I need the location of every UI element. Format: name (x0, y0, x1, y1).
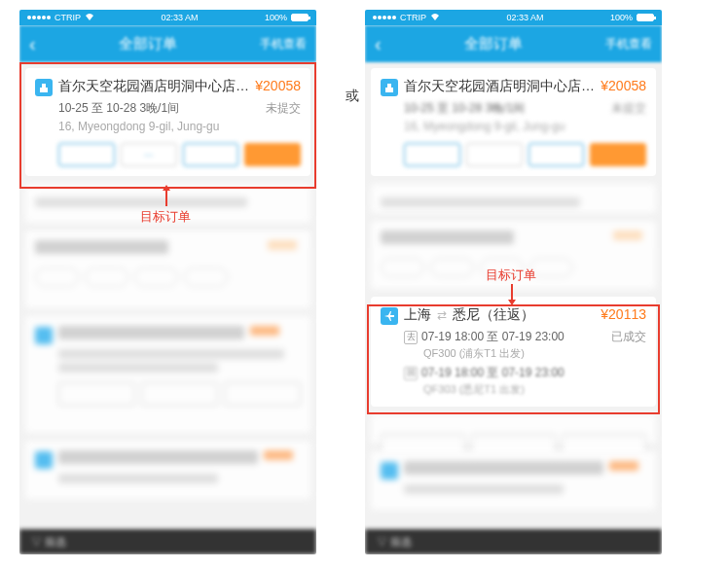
hotel-icon (35, 79, 53, 96)
filter-button[interactable]: ▽ 筛选 (31, 535, 66, 550)
back-icon[interactable]: ‹ (29, 33, 36, 55)
hotel-icon (381, 79, 398, 96)
order-card-placeholder (371, 451, 656, 510)
flight-price: ¥20113 (601, 306, 646, 322)
phone-right: CTRIP 02:33 AM 100% ‹ 全部订单 手机查看 (365, 10, 662, 554)
flight-ret-line: 07-19 18:00 至 07-19 23:00 (421, 365, 564, 381)
flight-title: 上海 ⇄ 悉尼（往返） (404, 306, 595, 324)
flight-status: 已成交 (611, 329, 646, 345)
action-button-2[interactable] (466, 143, 523, 166)
flight-out-code: QF300 (浦东T1 出发) (381, 346, 646, 361)
annotation-arrow-icon (165, 191, 167, 206)
bottom-bar: ▽ 筛选 (19, 529, 316, 554)
app-header: ‹ 全部订单 手机查看 (19, 25, 316, 62)
hotel-address: 16, Myeongdong 9-gil, Jung-gu (35, 120, 301, 133)
action-button-4[interactable] (590, 143, 646, 166)
hotel-status: 未提交 (266, 100, 301, 117)
action-button-2[interactable]: ··· (121, 143, 177, 166)
filter-button[interactable]: ▽ 筛选 (377, 535, 412, 550)
carrier-label: CTRIP (55, 13, 81, 22)
order-card-placeholder (371, 414, 656, 444)
hotel-price: ¥20058 (255, 78, 301, 93)
outbound-icon: 去 (404, 331, 418, 344)
flight-out-line: 07-19 18:00 至 07-19 23:00 (421, 329, 607, 345)
status-bar: CTRIP 02:33 AM 100% (365, 10, 662, 25)
battery-icon (637, 14, 654, 21)
wifi-icon (85, 13, 94, 22)
order-list: 首尔天空花园酒店明洞中心店 (H... ¥20058 10-25 至 10-28… (19, 62, 316, 554)
flight-ret-code: QF303 (悉尼T1 出发) (381, 382, 646, 397)
signal-icon (373, 16, 396, 19)
hotel-address: 16, Myeongdong 9-gil, Jung-gu (381, 120, 646, 133)
svg-rect-1 (42, 84, 46, 88)
battery-label: 100% (610, 13, 633, 22)
status-bar: CTRIP 02:33 AM 100% (19, 10, 316, 25)
action-button-1[interactable] (404, 143, 460, 166)
hotel-title: 首尔天空花园酒店明洞中心店 (H... (404, 78, 595, 95)
action-button-3[interactable] (528, 143, 585, 166)
flight-order-card[interactable]: 上海 ⇄ 悉尼（往返） ¥20113 去 07-19 18:00 至 07-19… (371, 297, 656, 407)
or-label: 或 (346, 88, 359, 105)
order-list: 首尔天空花园酒店明洞中心店 (H... ¥20058 10-25 至 10-28… (365, 62, 662, 554)
svg-rect-2 (385, 88, 393, 92)
order-card-placeholder (371, 184, 656, 213)
action-button-3[interactable] (183, 143, 239, 166)
app-header: ‹ 全部订单 手机查看 (365, 25, 662, 62)
order-card-placeholder (25, 231, 310, 308)
order-card-placeholder (25, 441, 310, 499)
header-right-action[interactable]: 手机查看 (260, 36, 307, 53)
svg-rect-3 (387, 84, 391, 88)
annotation-label-right: 目标订单 (486, 267, 536, 284)
carrier-label: CTRIP (400, 13, 426, 22)
hotel-price: ¥20058 (601, 78, 646, 93)
bottom-bar: ▽ 筛选 (365, 529, 662, 554)
flight-icon (381, 307, 398, 325)
header-title: 全部订单 (119, 35, 177, 53)
hotel-dates: 10-25 至 10-28 3晚/1间 (58, 100, 179, 117)
signal-icon (27, 16, 51, 19)
header-title: 全部订单 (464, 35, 523, 53)
battery-icon (291, 14, 309, 21)
svg-rect-0 (40, 88, 48, 92)
battery-label: 100% (265, 13, 287, 22)
hotel-order-card[interactable]: 首尔天空花园酒店明洞中心店 (H... ¥20058 10-25 至 10-28… (25, 68, 310, 176)
header-right-action[interactable]: 手机查看 (605, 36, 652, 53)
annotation-arrow-icon (511, 284, 513, 300)
hotel-title: 首尔天空花园酒店明洞中心店 (H... (58, 78, 249, 95)
swap-icon: ⇄ (437, 308, 447, 322)
order-card-placeholder (25, 316, 310, 433)
annotation-label-left: 目标订单 (140, 208, 191, 226)
return-icon: 回 (404, 367, 418, 380)
phone-left: CTRIP 02:33 AM 100% ‹ 全部订单 手机查看 (19, 10, 316, 554)
action-button-4[interactable] (244, 143, 301, 166)
wifi-icon (430, 13, 440, 22)
time-label: 02:33 AM (506, 13, 543, 22)
hotel-order-card[interactable]: 首尔天空花园酒店明洞中心店 (H... ¥20058 10-25 至 10-28… (371, 68, 656, 176)
hotel-status: 未提交 (611, 100, 646, 117)
action-button-1[interactable] (58, 143, 115, 166)
time-label: 02:33 AM (161, 13, 198, 22)
hotel-dates: 10-25 至 10-28 3晚/1间 (404, 100, 525, 117)
back-icon[interactable]: ‹ (375, 33, 382, 55)
